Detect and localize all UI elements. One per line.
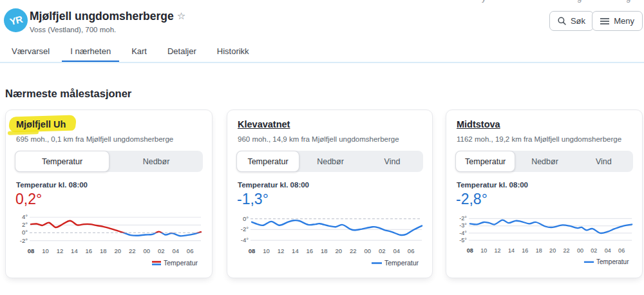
cropped-text-artifact: ygg — [0, 0, 644, 5]
svg-text:0°: 0° — [22, 229, 28, 236]
svg-text:04: 04 — [605, 247, 611, 254]
svg-text:-5°: -5° — [459, 237, 467, 243]
svg-text:-2°: -2° — [20, 237, 28, 244]
svg-text:12: 12 — [495, 247, 501, 254]
temperature-chart: -2°-3°-4°-5°081012141618202200020406Temp… — [454, 212, 634, 269]
svg-text:06: 06 — [187, 247, 194, 254]
svg-text:18: 18 — [321, 247, 328, 254]
svg-text:00: 00 — [577, 247, 583, 254]
metric-switcher: Temperatur Nedbør Vind — [455, 151, 633, 172]
reading-label: Temperatur kl. 08:00 — [457, 181, 528, 189]
location-subtitle: Voss (Vestland), 700 moh. — [30, 26, 185, 33]
tab-kart[interactable]: Kart — [123, 44, 155, 62]
svg-text:-2°: -2° — [459, 215, 467, 222]
svg-text:14: 14 — [508, 247, 515, 254]
temperature-chart: 0°-2°-4°081012141618202200020406Temperat… — [235, 212, 424, 269]
svg-text:14: 14 — [292, 247, 299, 254]
svg-text:10: 10 — [42, 247, 49, 254]
svg-text:06: 06 — [618, 247, 625, 254]
svg-text:02: 02 — [379, 247, 386, 254]
yellow-highlight-annotation: Mjølfjell Uh — [16, 119, 66, 129]
yr-logo-text: YR — [8, 14, 23, 27]
favorite-star-icon[interactable]: ☆ — [177, 10, 185, 21]
reading-label: Temperatur kl. 08:00 — [16, 181, 88, 189]
station-link[interactable]: Midtstova — [457, 119, 500, 129]
segment-temperatur[interactable]: Temperatur — [15, 151, 109, 172]
search-button[interactable]: Søk — [549, 11, 594, 31]
temperature-value: 0,2° — [15, 191, 42, 208]
svg-text:-4°: -4° — [459, 230, 467, 236]
svg-text:20: 20 — [336, 247, 343, 254]
page-header: Mjølfjell ungdomsherberge☆ Voss (Vestlan… — [30, 10, 185, 33]
svg-text:10: 10 — [263, 247, 270, 254]
svg-text:-2°: -2° — [241, 225, 249, 233]
station-meta: 1162 moh., 19,2 km fra Mjølfjell ungdoms… — [457, 135, 621, 143]
segment-nedbor[interactable]: Nedbør — [515, 151, 574, 172]
main-nav: Værvarsel I nærheten Kart Detaljer Histo… — [3, 44, 261, 62]
svg-text:04: 04 — [172, 247, 179, 254]
svg-text:22: 22 — [564, 247, 570, 254]
tab-i-naerheten[interactable]: I nærheten — [62, 44, 119, 62]
segment-nedbor[interactable]: Nedbør — [109, 151, 203, 172]
metric-switcher: Temperatur Nedbør Vind — [236, 151, 423, 172]
svg-text:08: 08 — [249, 247, 256, 254]
svg-text:08: 08 — [467, 247, 473, 254]
svg-text:4°: 4° — [22, 213, 28, 220]
svg-text:20: 20 — [115, 247, 122, 254]
svg-text:14: 14 — [71, 247, 78, 254]
svg-text:22: 22 — [129, 247, 136, 254]
temperature-value: -2,8° — [456, 191, 488, 208]
svg-text:-4°: -4° — [241, 236, 249, 243]
svg-text:2°: 2° — [22, 221, 28, 228]
svg-text:00: 00 — [143, 247, 150, 254]
tab-detaljer[interactable]: Detaljer — [159, 44, 205, 62]
reading-label: Temperatur kl. 08:00 — [238, 181, 309, 189]
station-meta: 960 moh., 14,9 km fra Mjølfjell ungdomsh… — [238, 135, 399, 143]
menu-button[interactable]: Meny — [592, 11, 643, 31]
svg-text:-3°: -3° — [459, 222, 467, 229]
segment-vind[interactable]: Vind — [574, 151, 633, 172]
svg-text:08: 08 — [28, 247, 35, 254]
temperature-chart: 4°2°0°-2°081012141618202200020406Tempera… — [14, 212, 204, 269]
station-link[interactable]: Mjølfjell Uh — [16, 119, 66, 129]
svg-text:00: 00 — [364, 247, 371, 254]
temperature-value: -1,3° — [237, 191, 269, 208]
metric-switcher: Temperatur Nedbør — [15, 151, 203, 172]
svg-text:10: 10 — [480, 247, 487, 254]
svg-text:Temperatur: Temperatur — [596, 258, 629, 265]
section-title: Nærmeste målestasjoner — [5, 88, 131, 100]
search-icon — [558, 17, 566, 25]
svg-text:0°: 0° — [243, 215, 249, 222]
svg-text:20: 20 — [549, 247, 556, 254]
svg-text:Temperatur: Temperatur — [164, 259, 198, 267]
station-card-klevavatnet: Klevavatnet 960 moh., 14,9 km fra Mjølfj… — [227, 109, 433, 278]
svg-text:18: 18 — [100, 247, 107, 254]
svg-text:Temperatur: Temperatur — [384, 259, 419, 267]
svg-text:02: 02 — [591, 247, 597, 254]
segment-temperatur[interactable]: Temperatur — [236, 151, 299, 172]
svg-text:16: 16 — [522, 247, 528, 254]
segment-vind[interactable]: Vind — [361, 151, 423, 172]
nav-divider — [0, 62, 644, 63]
svg-text:12: 12 — [57, 247, 64, 254]
station-card-midtstova: Midtstova 1162 moh., 19,2 km fra Mjølfje… — [446, 109, 643, 278]
segment-nedbor[interactable]: Nedbør — [299, 151, 361, 172]
svg-text:12: 12 — [278, 247, 285, 254]
svg-text:02: 02 — [158, 247, 165, 254]
svg-text:04: 04 — [393, 247, 400, 254]
hamburger-menu-icon — [600, 17, 609, 25]
svg-text:06: 06 — [408, 247, 415, 254]
station-card-mjolfjell-uh: Mjølfjell Uh 695 moh., 0,1 km fra Mjølfj… — [5, 109, 213, 278]
segment-temperatur[interactable]: Temperatur — [455, 151, 515, 172]
tab-vaervarsel[interactable]: Værvarsel — [3, 44, 58, 62]
station-link[interactable]: Klevavatnet — [238, 119, 290, 129]
svg-text:18: 18 — [536, 247, 542, 254]
svg-text:16: 16 — [307, 247, 314, 254]
tab-historikk[interactable]: Historikk — [209, 44, 258, 62]
svg-text:22: 22 — [350, 247, 357, 254]
yr-nearby-stations-page: ygg YR Mjølfjell ungdomsherberge☆ Voss (… — [0, 0, 644, 295]
station-meta: 695 moh., 0,1 km fra Mjølfjell ungdomshe… — [16, 135, 173, 143]
yr-logo[interactable]: YR — [4, 8, 28, 32]
svg-text:16: 16 — [86, 247, 93, 254]
page-title: Mjølfjell ungdomsherberge☆ — [30, 10, 185, 23]
